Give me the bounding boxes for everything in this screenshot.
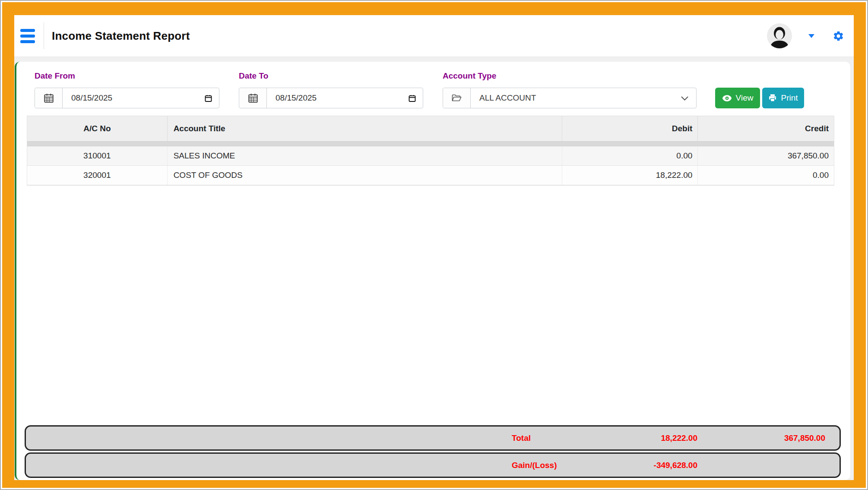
gain-loss-summary-bar: Gain/(Loss) -349,628.00 (25, 452, 841, 478)
total-debit: 18,222.00 (615, 433, 697, 443)
table-separator-band (27, 141, 834, 146)
cell-ac-no: 320001 (27, 166, 168, 185)
date-picker-icon[interactable] (204, 94, 213, 103)
date-picker-icon[interactable] (408, 94, 417, 103)
user-avatar[interactable] (767, 23, 792, 48)
page-title: Income Statement Report (52, 29, 190, 43)
app-area: Income Statement Report (14, 15, 854, 480)
folder-open-icon (443, 88, 471, 108)
table-row: 310001 SALES INCOME 0.00 367,850.00 (27, 146, 834, 166)
print-button-label: Print (781, 93, 798, 103)
date-to-group (239, 88, 423, 108)
gain-loss-label: Gain/(Loss) (512, 461, 615, 470)
date-from-input[interactable] (63, 88, 219, 108)
account-type-label: Account Type (443, 71, 496, 81)
total-credit: 367,850.00 (697, 433, 839, 443)
cell-credit: 0.00 (698, 166, 834, 185)
top-header: Income Statement Report (14, 15, 854, 57)
view-button[interactable]: View (715, 88, 760, 108)
eye-icon (722, 95, 732, 102)
gain-loss-value: -349,628.00 (615, 461, 697, 470)
table-header-row: A/C No Account Title Debit Credit (27, 116, 834, 141)
col-header-title: Account Title (168, 116, 562, 141)
table-row: 320001 COST OF GOODS 18,222.00 0.00 (27, 166, 834, 185)
view-button-label: View (736, 93, 754, 103)
date-to-label: Date To (239, 71, 268, 81)
cell-debit: 0.00 (562, 146, 698, 165)
header-divider (44, 22, 44, 49)
header-right-cluster (767, 23, 854, 48)
calendar-icon (239, 88, 267, 108)
calendar-icon (35, 88, 63, 108)
person-icon (767, 23, 792, 48)
total-summary-bar: Total 18,222.00 367,850.00 (25, 425, 841, 451)
caret-down-icon[interactable] (808, 34, 814, 38)
date-from-label: Date From (35, 71, 75, 81)
col-header-ac-no: A/C No (27, 116, 168, 141)
date-to-input[interactable] (267, 88, 423, 108)
cell-ac-no: 310001 (27, 146, 168, 165)
chevron-down-icon (681, 96, 688, 101)
cell-debit: 18,222.00 (562, 166, 698, 185)
income-statement-table: A/C No Account Title Debit Credit 310001… (27, 116, 834, 186)
col-header-debit: Debit (562, 116, 698, 141)
cell-title: SALES INCOME (168, 146, 562, 165)
total-label: Total (512, 433, 615, 443)
account-type-select[interactable]: ALL ACCOUNT (471, 88, 696, 108)
cell-title: COST OF GOODS (168, 166, 562, 185)
gear-icon[interactable] (833, 30, 844, 42)
col-header-credit: Credit (698, 116, 834, 141)
account-type-group: ALL ACCOUNT (443, 88, 697, 108)
app-window: Income Statement Report (0, 0, 868, 490)
menu-icon[interactable] (20, 29, 35, 43)
report-card: Date From (15, 62, 850, 480)
printer-icon (768, 94, 777, 102)
account-type-value: ALL ACCOUNT (479, 93, 536, 103)
cell-credit: 367,850.00 (698, 146, 834, 165)
date-from-group (35, 88, 219, 108)
print-button[interactable]: Print (762, 88, 804, 108)
table-body: 310001 SALES INCOME 0.00 367,850.00 3200… (27, 146, 834, 185)
